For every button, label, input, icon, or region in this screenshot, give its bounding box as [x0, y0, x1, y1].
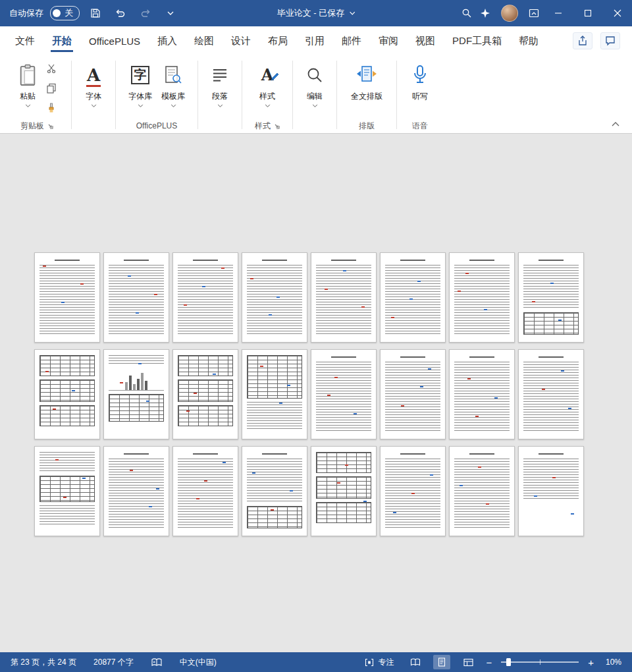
page-thumbnail-5[interactable]: [311, 252, 377, 343]
tab-officeplus[interactable]: OfficePLUS: [80, 26, 149, 55]
paste-button[interactable]: 粘贴: [13, 58, 42, 109]
page-thumbnail-7[interactable]: [449, 252, 515, 343]
cut-icon[interactable]: [43, 61, 59, 76]
editing-magnifier-icon: [306, 60, 323, 90]
page-thumbnail-13[interactable]: [311, 349, 377, 439]
full-layout-button[interactable]: 全文排版: [346, 58, 387, 104]
focus-frame-icon: [365, 658, 374, 667]
page-thumbnail-2[interactable]: [103, 252, 169, 343]
paste-chevron-icon: [25, 104, 31, 107]
minimize-button[interactable]: [543, 0, 573, 26]
ribbon-display-options-icon[interactable]: [525, 4, 543, 22]
editing-chevron-icon: [312, 104, 318, 107]
zoom-level[interactable]: 10%: [606, 658, 621, 667]
clipboard-dialog-launcher-icon[interactable]: [47, 123, 53, 129]
page-thumbnail-23[interactable]: [449, 446, 515, 536]
maximize-button[interactable]: [573, 0, 602, 26]
ribbon-tab-row: 文件开始OfficePLUS插入绘图设计布局引用邮件审阅视图PDF工具箱帮助: [0, 26, 632, 55]
ribbon-tabs: 文件开始OfficePLUS插入绘图设计布局引用邮件审阅视图PDF工具箱帮助: [0, 26, 547, 55]
page-thumbnail-9[interactable]: [34, 349, 100, 439]
tab-design[interactable]: 设计: [223, 26, 259, 55]
statusbar: 第 23 页，共 24 页 20877 个字 中文(中国) 专注 − + 10%: [0, 652, 632, 672]
tab-review[interactable]: 审阅: [370, 26, 407, 55]
copy-icon[interactable]: [43, 80, 59, 96]
page-thumbnail-19[interactable]: [172, 446, 238, 536]
web-layout-icon[interactable]: [460, 655, 477, 669]
styles-button[interactable]: A 样式: [255, 58, 280, 109]
font-library-button[interactable]: 字 字体库: [124, 58, 157, 109]
styles-dialog-launcher-icon[interactable]: [274, 123, 280, 129]
read-mode-icon[interactable]: [407, 655, 424, 669]
tab-pdf-toolbox[interactable]: PDF工具箱: [444, 26, 510, 55]
tab-references[interactable]: 引用: [296, 26, 333, 55]
tab-view[interactable]: 视图: [407, 26, 444, 55]
tab-mailings[interactable]: 邮件: [333, 26, 370, 55]
page-thumbnail-10[interactable]: [103, 349, 169, 439]
copilot-icon[interactable]: [476, 4, 494, 22]
page-thumbnail-15[interactable]: [449, 349, 515, 439]
autosave-toggle[interactable]: 关: [50, 6, 80, 20]
save-icon[interactable]: [86, 4, 105, 22]
ribbon: 粘贴 剪贴板 A 字体: [0, 55, 632, 134]
officeplus-group-label: OfficePLUS: [136, 121, 177, 130]
tab-insert[interactable]: 插入: [149, 26, 186, 55]
quick-access-more-icon[interactable]: [161, 4, 180, 22]
word-count-status[interactable]: 20877 个字: [93, 657, 134, 668]
editing-button[interactable]: 编辑: [302, 58, 328, 109]
template-library-button[interactable]: 模板库: [157, 58, 190, 109]
page-thumbnail-20[interactable]: [242, 446, 307, 536]
page-thumbnail-17[interactable]: [34, 446, 100, 536]
clipboard-group-label: 剪贴板: [20, 121, 44, 132]
full-layout-pages-icon: [356, 60, 378, 90]
autosave-toggle-state: 关: [65, 7, 73, 19]
page-thumbnail-12[interactable]: [242, 349, 307, 439]
language-status[interactable]: 中文(中国): [180, 657, 217, 668]
page-thumbnail-11[interactable]: [172, 349, 238, 439]
undo-icon[interactable]: [111, 4, 130, 22]
zoom-out-icon[interactable]: −: [486, 658, 492, 667]
comment-icon[interactable]: [600, 32, 620, 49]
tab-layout[interactable]: 布局: [259, 26, 296, 55]
close-button[interactable]: [602, 0, 632, 26]
tab-help[interactable]: 帮助: [510, 26, 547, 55]
page-thumbnail-14[interactable]: [380, 349, 446, 439]
page-thumbnail-4[interactable]: [242, 252, 307, 343]
avatar[interactable]: [501, 5, 518, 22]
paragraph-button[interactable]: 段落: [207, 58, 233, 109]
page-thumbnail-22[interactable]: [380, 446, 446, 536]
page-thumbnail-1[interactable]: [34, 252, 100, 343]
tab-home[interactable]: 开始: [43, 26, 80, 55]
tab-file[interactable]: 文件: [7, 26, 43, 55]
page-number-status[interactable]: 第 23 页，共 24 页: [11, 657, 76, 668]
format-painter-icon[interactable]: [43, 100, 59, 116]
zoom-in-icon[interactable]: +: [588, 658, 594, 667]
page-thumbnail-3[interactable]: [172, 252, 238, 343]
page-thumbnail-24[interactable]: [518, 446, 584, 536]
paragraph-group: 段落: [199, 58, 240, 133]
print-layout-icon[interactable]: [433, 655, 450, 669]
title-chevron-icon: [349, 11, 355, 15]
page-thumbnail-16[interactable]: [518, 349, 584, 439]
proofing-icon[interactable]: [151, 658, 163, 667]
tab-draw[interactable]: 绘图: [186, 26, 223, 55]
zoom-slider-thumb[interactable]: [506, 658, 511, 666]
redo-icon[interactable]: [136, 4, 155, 22]
page-thumbnail-18[interactable]: [103, 446, 169, 536]
template-library-chevron-icon: [171, 104, 176, 107]
share-icon[interactable]: [573, 32, 592, 49]
dictate-button[interactable]: 听写: [406, 58, 434, 104]
styles-a-pen-icon: A: [261, 60, 274, 90]
search-icon[interactable]: [458, 4, 476, 22]
collapse-ribbon-icon[interactable]: [608, 119, 623, 129]
dictate-microphone-icon: [411, 60, 429, 90]
page-thumbnail-8[interactable]: [518, 252, 584, 343]
page-thumbnail-21[interactable]: [311, 446, 377, 536]
focus-mode-button[interactable]: 专注: [365, 657, 394, 668]
font-button[interactable]: A 字体: [81, 58, 106, 109]
document-title[interactable]: 毕业论文 - 已保存: [277, 7, 356, 19]
zoom-slider[interactable]: [501, 661, 579, 663]
autosave-toggle-knob: [53, 9, 61, 17]
page-thumbnail-6[interactable]: [380, 252, 446, 343]
styles-chevron-icon: [265, 104, 271, 107]
template-library-icon: [164, 60, 182, 90]
